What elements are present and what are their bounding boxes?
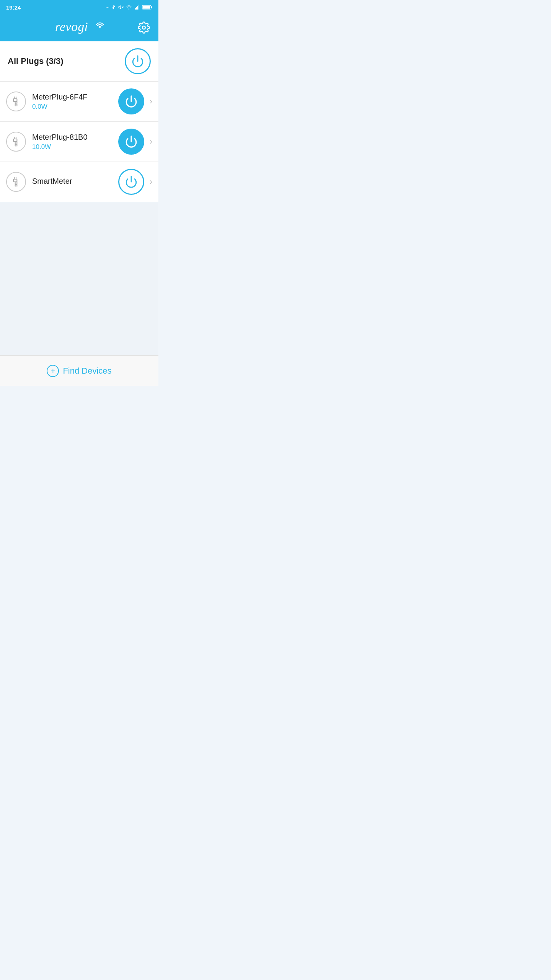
svg-rect-5 [137, 6, 138, 10]
power-icon-outline [131, 55, 144, 68]
device-right: › [118, 169, 152, 195]
plug-icon [11, 136, 21, 147]
plus-circle-icon: + [47, 365, 59, 377]
gear-icon [138, 21, 150, 34]
svg-text:revogi: revogi [55, 20, 88, 34]
footer: + Find Devices [0, 355, 158, 386]
power-icon-filled [125, 135, 138, 148]
device-item[interactable]: MeterPlug-6F4F 0.0W › [0, 82, 158, 122]
device-name: MeterPlug-81B0 [32, 133, 118, 142]
plug-icon [11, 176, 21, 187]
svg-rect-4 [136, 7, 137, 9]
all-plugs-row: All Plugs (3/3) [0, 41, 158, 82]
app-header: revogi [0, 14, 158, 41]
device-name: SmartMeter [32, 177, 118, 186]
battery-icon [142, 5, 152, 10]
device-info: SmartMeter [32, 177, 118, 187]
status-bar: 19:24 ··· [0, 0, 158, 14]
device-name: MeterPlug-6F4F [32, 93, 118, 101]
device-watts: 10.0W [32, 143, 118, 151]
power-icon-filled [125, 95, 138, 108]
chevron-right-icon: › [150, 137, 152, 147]
device-right: › [118, 129, 152, 155]
signal-dots-icon: ··· [106, 5, 109, 10]
device-icon-plug [6, 132, 26, 152]
find-devices-label: Find Devices [63, 366, 111, 376]
svg-rect-8 [143, 6, 150, 8]
bluetooth-icon [111, 5, 116, 10]
device-info: MeterPlug-6F4F 0.0W [32, 93, 118, 111]
chevron-right-icon: › [150, 96, 152, 106]
power-icon-outline [125, 175, 138, 188]
plug-icon [11, 96, 21, 107]
svg-point-2 [129, 9, 129, 9]
empty-area [0, 202, 158, 355]
settings-button[interactable] [135, 19, 152, 36]
svg-rect-9 [151, 7, 152, 8]
all-plugs-power-button[interactable] [125, 48, 151, 74]
device-item[interactable]: MeterPlug-81B0 10.0W › [0, 122, 158, 162]
signal-icon [134, 5, 141, 10]
device-icon-plug [6, 172, 26, 192]
svg-rect-6 [138, 5, 139, 10]
device-right: › [118, 88, 152, 114]
status-time: 19:24 [6, 4, 21, 11]
status-icons: ··· [106, 5, 152, 10]
all-plugs-label: All Plugs (3/3) [8, 56, 63, 66]
mute-icon [118, 5, 124, 10]
revogi-logo-svg: revogi [51, 18, 108, 35]
svg-rect-3 [135, 8, 136, 10]
device-icon-plug [6, 91, 26, 111]
svg-point-12 [142, 26, 145, 29]
find-devices-button[interactable]: + Find Devices [47, 365, 111, 377]
wifi-icon [126, 5, 132, 10]
device-power-button[interactable] [118, 88, 144, 114]
svg-point-11 [99, 26, 101, 28]
device-power-button[interactable] [118, 169, 144, 195]
device-watts: 0.0W [32, 103, 118, 111]
device-item[interactable]: SmartMeter › [0, 162, 158, 202]
app-logo: revogi [51, 18, 108, 35]
chevron-right-icon: › [150, 177, 152, 187]
device-power-button[interactable] [118, 129, 144, 155]
device-info: MeterPlug-81B0 10.0W [32, 133, 118, 151]
device-list: MeterPlug-6F4F 0.0W › MeterPl [0, 82, 158, 202]
